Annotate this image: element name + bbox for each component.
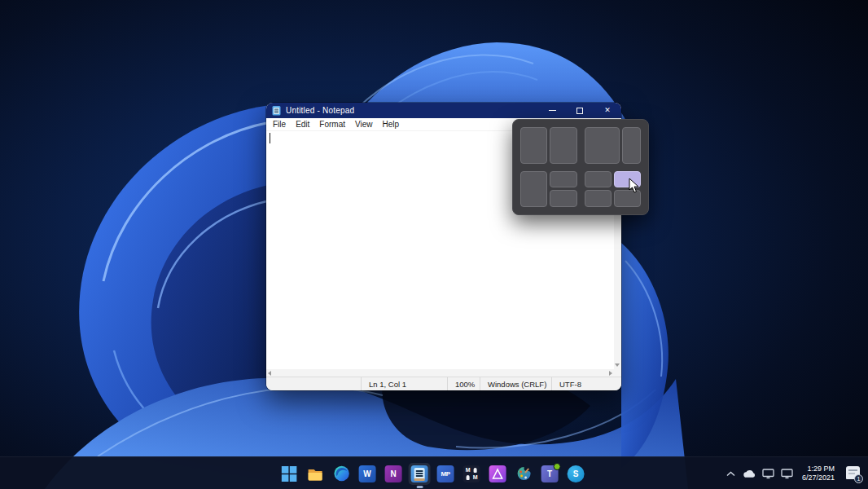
status-cursor-position: Ln 1, Col 1 xyxy=(361,377,447,390)
word-letter: W xyxy=(363,469,370,478)
monitor-icon xyxy=(781,469,793,479)
status-line-ending: Windows (CRLF) xyxy=(480,377,551,390)
display-2-button[interactable] xyxy=(781,467,794,480)
onedrive-button[interactable] xyxy=(743,467,756,480)
chevron-up-icon xyxy=(726,471,735,477)
snap-layout-wide-left-narrow-right[interactable] xyxy=(585,127,642,164)
taskbar-clock[interactable]: 1:29 PM 6/27/2021 xyxy=(800,465,837,482)
notification-center-button[interactable]: 1 xyxy=(845,465,861,482)
text-caret xyxy=(270,133,270,143)
close-icon: ✕ xyxy=(604,107,611,114)
teams-letter: T xyxy=(547,469,552,478)
monitor-icon xyxy=(762,469,774,479)
snap-cell[interactable] xyxy=(585,190,612,207)
desktop: Untitled - Notepad ✕ File Edit Format Vi… xyxy=(0,0,868,489)
menu-help[interactable]: Help xyxy=(378,118,405,131)
horizontal-scrollbar[interactable] xyxy=(266,369,614,377)
taskbar-icons: W N MP M xyxy=(278,457,587,489)
movies-app-icon: M M xyxy=(463,465,480,482)
status-zoom-level: 100% xyxy=(447,377,480,390)
menu-format[interactable]: Format xyxy=(314,118,350,131)
skype-icon: S xyxy=(568,465,585,482)
snap-cell[interactable] xyxy=(520,127,547,164)
media-player-icon: MP xyxy=(437,465,454,482)
clock-date: 6/27/2021 xyxy=(802,474,835,482)
snap-cell[interactable] xyxy=(622,127,641,164)
movies-app-button[interactable]: M M xyxy=(461,463,483,485)
maximize-icon xyxy=(576,108,583,114)
onenote-icon: N xyxy=(385,465,402,482)
notepad-titlebar[interactable]: Untitled - Notepad ✕ xyxy=(266,103,621,118)
clock-time: 1:29 PM xyxy=(802,465,835,474)
photo-editor-button[interactable] xyxy=(487,463,509,485)
taskbar: W N MP M xyxy=(0,456,868,489)
teams-status-badge xyxy=(554,463,561,470)
snap-layout-left-half-right-stacked[interactable] xyxy=(520,171,577,208)
system-tray: 1:29 PM 6/27/2021 1 xyxy=(725,457,861,489)
paint-button[interactable] xyxy=(513,463,535,485)
word-button[interactable]: W xyxy=(357,463,379,485)
media-player-letters: MP xyxy=(441,470,450,478)
snap-cell[interactable] xyxy=(585,127,620,164)
penguin-shape xyxy=(467,475,470,480)
minimize-button[interactable] xyxy=(538,103,566,118)
start-button[interactable] xyxy=(278,463,300,485)
photo-editor-icon xyxy=(489,465,506,482)
file-explorer-button[interactable] xyxy=(305,463,327,485)
snap-stack-column xyxy=(550,171,576,208)
scroll-down-icon[interactable] xyxy=(615,363,620,367)
teams-icon: T xyxy=(541,465,559,482)
hidden-icons-button[interactable] xyxy=(725,467,738,480)
movies-letter: M xyxy=(465,467,471,473)
snap-cell[interactable] xyxy=(550,127,576,164)
minimize-icon xyxy=(549,110,556,111)
maximize-button[interactable] xyxy=(566,103,594,118)
word-icon: W xyxy=(359,465,376,482)
snap-cell[interactable] xyxy=(520,171,547,208)
display-1-button[interactable] xyxy=(762,467,775,480)
file-explorer-icon xyxy=(307,465,324,482)
edge-button[interactable] xyxy=(331,463,353,485)
edge-icon xyxy=(333,465,349,482)
penguin-shape xyxy=(474,468,477,473)
mouse-cursor xyxy=(629,178,639,193)
menu-view[interactable]: View xyxy=(350,118,378,131)
snap-cell[interactable] xyxy=(550,171,576,188)
notepad-taskbar-button[interactable] xyxy=(409,463,431,485)
start-icon xyxy=(282,466,297,482)
snap-cell[interactable] xyxy=(585,171,612,188)
skype-button[interactable]: S xyxy=(565,463,587,485)
close-button[interactable]: ✕ xyxy=(594,103,621,118)
scroll-left-icon[interactable] xyxy=(268,371,271,376)
snap-cell[interactable] xyxy=(550,190,576,207)
notepad-statusbar: Ln 1, Col 1 100% Windows (CRLF) UTF-8 xyxy=(266,377,621,390)
notepad-icon xyxy=(411,465,428,482)
status-spacer xyxy=(266,377,361,390)
window-title: Untitled - Notepad xyxy=(286,106,354,115)
notepad-band xyxy=(414,478,425,481)
snap-layout-two-equal-columns[interactable] xyxy=(520,127,577,164)
skype-letter: S xyxy=(573,469,579,478)
notepad-app-icon xyxy=(272,105,281,116)
scroll-right-icon[interactable] xyxy=(609,371,612,376)
onenote-letter: N xyxy=(390,469,396,478)
notification-count-badge: 1 xyxy=(854,474,863,483)
movies-letter: M xyxy=(472,474,479,480)
snap-layouts-flyout xyxy=(512,119,649,215)
status-encoding: UTF-8 xyxy=(551,377,621,390)
paint-icon xyxy=(515,465,532,482)
media-player-button[interactable]: MP xyxy=(435,463,457,485)
onenote-button[interactable]: N xyxy=(383,463,405,485)
cloud-icon xyxy=(743,469,756,478)
notification-count: 1 xyxy=(857,476,861,482)
menu-file[interactable]: File xyxy=(268,118,291,131)
teams-button[interactable]: T xyxy=(539,463,561,485)
menu-edit[interactable]: Edit xyxy=(291,118,314,131)
